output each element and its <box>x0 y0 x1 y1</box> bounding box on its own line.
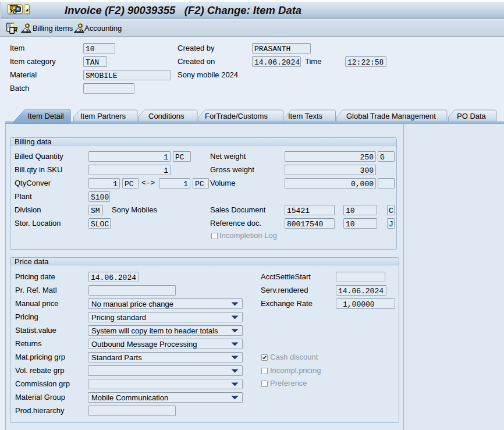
svg-text:Item Partners: Item Partners <box>80 112 126 120</box>
svg-text:Global Trade Management: Global Trade Management <box>346 112 436 120</box>
svg-text:PO Data: PO Data <box>457 112 487 120</box>
svg-text:Item Texts: Item Texts <box>288 112 323 120</box>
svg-text:ForTrade/Customs: ForTrade/Customs <box>205 112 268 120</box>
svg-text:Conditions: Conditions <box>148 112 184 120</box>
svg-text:Item Detail: Item Detail <box>28 112 64 120</box>
